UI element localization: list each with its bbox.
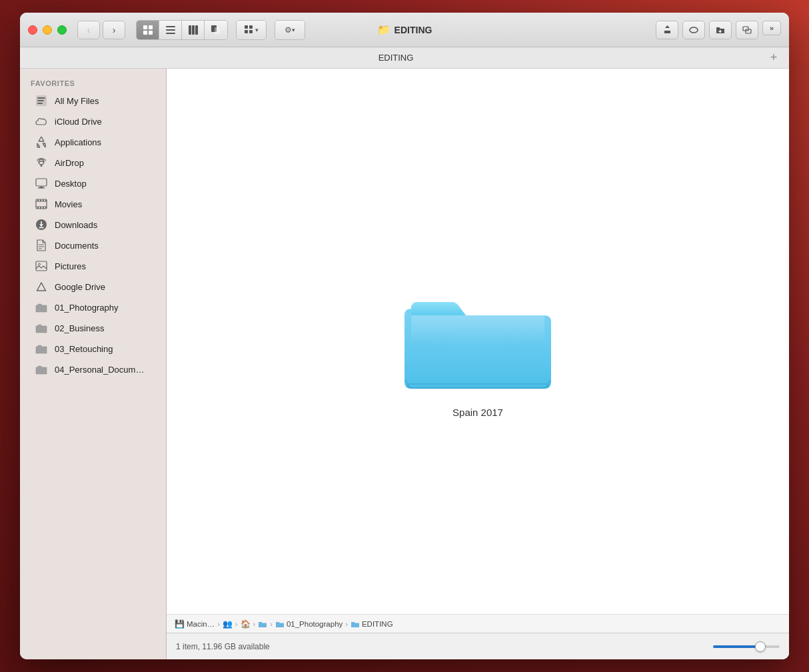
svg-rect-44: [45, 200, 47, 202]
forward-button[interactable]: ›: [103, 21, 125, 39]
breadcrumb-folder-blue[interactable]: [258, 620, 267, 628]
gear-icon: ⚙: [285, 25, 292, 35]
breadcrumb-photography[interactable]: 01_Photography: [275, 620, 343, 628]
minimize-button[interactable]: [43, 25, 52, 35]
svg-rect-15: [249, 30, 253, 33]
pathbar-add-button[interactable]: +: [766, 51, 781, 65]
arrange-button: ▾: [236, 20, 267, 40]
all-my-files-icon: [35, 94, 48, 107]
new-folder-button[interactable]: [709, 21, 732, 39]
view-buttons: [136, 20, 228, 40]
sidebar-label-movies: Movies: [55, 199, 82, 209]
svg-rect-24: [37, 103, 43, 104]
tag-button[interactable]: [682, 21, 705, 39]
svg-rect-7: [189, 25, 191, 35]
svg-rect-55: [36, 261, 47, 271]
svg-rect-35: [36, 179, 47, 186]
gear-action-button[interactable]: ⚙ ▾: [275, 21, 305, 39]
maximize-button[interactable]: [57, 25, 67, 35]
sidebar-item-01-photography[interactable]: 01_Photography: [24, 297, 162, 317]
titlebar: ‹ ›: [20, 13, 789, 47]
zoom-slider[interactable]: [713, 645, 780, 648]
finder-window: ‹ ›: [20, 13, 789, 659]
svg-rect-48: [45, 207, 47, 209]
home-icon: 🏠: [241, 619, 251, 629]
sidebar-item-04-personal[interactable]: 04_Personal_Docum…: [24, 359, 162, 379]
sidebar-item-applications[interactable]: Applications: [24, 132, 162, 152]
sidebar-item-pictures[interactable]: Pictures: [24, 256, 162, 276]
title-text: EDITING: [395, 25, 432, 35]
sidebar: Favorites All My Files: [20, 69, 167, 659]
sidebar-item-movies[interactable]: Movies: [24, 194, 162, 214]
sidebar-label-google-drive: Google Drive: [55, 282, 105, 292]
sidebar-label-04-personal: 04_Personal_Docum…: [55, 365, 144, 375]
folder-icon-large: [398, 265, 558, 399]
breadcrumb-home[interactable]: 🏠: [241, 619, 251, 629]
more-button[interactable]: »: [762, 21, 781, 35]
svg-rect-6: [166, 33, 175, 34]
nav-buttons: ‹ ›: [77, 21, 125, 39]
action-button-group: ⚙ ▾: [275, 20, 305, 40]
sidebar-item-icloud-drive[interactable]: iCloud Drive: [24, 111, 162, 131]
favorites-label: Favorites: [20, 75, 166, 90]
sidebar-item-all-my-files[interactable]: All My Files: [24, 91, 162, 111]
airdrop-icon: [35, 156, 48, 169]
view-list-button[interactable]: [159, 21, 182, 39]
sidebar-label-01-photography: 01_Photography: [55, 303, 118, 313]
svg-rect-47: [43, 207, 44, 209]
arrange-grid-button[interactable]: ▾: [237, 21, 266, 39]
sidebar-item-google-drive[interactable]: Google Drive: [24, 277, 162, 297]
svg-rect-9: [195, 25, 198, 35]
users-icon: 👥: [223, 619, 233, 629]
chevron-down-icon: ▾: [292, 27, 295, 33]
editing-folder-icon: [351, 620, 360, 628]
documents-icon: [35, 239, 48, 252]
share-button[interactable]: [656, 21, 678, 39]
view-icon-button[interactable]: [137, 21, 159, 39]
sidebar-item-02-business[interactable]: 02_Business: [24, 318, 162, 338]
sidebar-item-documents[interactable]: Documents: [24, 235, 162, 255]
sidebar-label-applications: Applications: [55, 137, 101, 147]
01-photography-icon: [35, 301, 48, 314]
svg-rect-14: [245, 30, 248, 33]
svg-line-25: [39, 137, 41, 141]
close-button[interactable]: [28, 25, 37, 35]
svg-rect-23: [37, 100, 44, 101]
back-button[interactable]: ‹: [77, 21, 100, 39]
breadcrumb-editing[interactable]: EDITING: [351, 620, 393, 628]
sidebar-label-airdrop: AirDrop: [55, 158, 84, 168]
svg-rect-5: [166, 29, 175, 31]
02-business-icon: [35, 321, 48, 335]
svg-rect-2: [143, 31, 147, 35]
svg-rect-46: [40, 207, 41, 209]
breadcrumb-bar: 💾 Macin… › 👥 › 🏠 › ›: [167, 614, 789, 633]
svg-rect-8: [192, 25, 195, 35]
path-separator-2: ›: [235, 620, 238, 628]
window-title: 📁 EDITING: [377, 23, 432, 36]
svg-rect-4: [166, 26, 175, 27]
path-separator-5: ›: [345, 620, 348, 628]
status-bar: 1 item, 11.96 GB available: [167, 633, 789, 659]
breadcrumb-users[interactable]: 👥: [223, 619, 233, 629]
sidebar-item-airdrop[interactable]: AirDrop: [24, 153, 162, 173]
photography-folder-icon: [275, 620, 285, 628]
folder-name: Spain 2017: [452, 407, 503, 418]
breadcrumb-macintosh-hd[interactable]: 💾 Macin…: [175, 619, 215, 629]
view-column-button[interactable]: [182, 21, 205, 39]
sidebar-label-documents: Documents: [55, 241, 99, 251]
hd-label: Macin…: [187, 620, 215, 628]
sidebar-item-desktop[interactable]: Desktop: [24, 173, 162, 193]
view-cover-button[interactable]: [205, 21, 227, 39]
svg-rect-43: [43, 200, 44, 202]
sidebar-label-desktop: Desktop: [55, 179, 87, 189]
movies-icon: [35, 197, 48, 211]
sidebar-item-downloads[interactable]: Downloads: [24, 215, 162, 235]
blue-folder-icon: [258, 620, 267, 628]
svg-rect-11: [215, 27, 220, 34]
hd-icon: 💾: [175, 619, 185, 629]
sidebar-item-03-retouching[interactable]: 03_Retouching: [24, 339, 162, 359]
svg-rect-41: [37, 200, 39, 202]
screens-button[interactable]: [736, 21, 758, 39]
folder-item-spain-2017[interactable]: Spain 2017: [398, 265, 558, 418]
editing-label: EDITING: [362, 620, 393, 628]
